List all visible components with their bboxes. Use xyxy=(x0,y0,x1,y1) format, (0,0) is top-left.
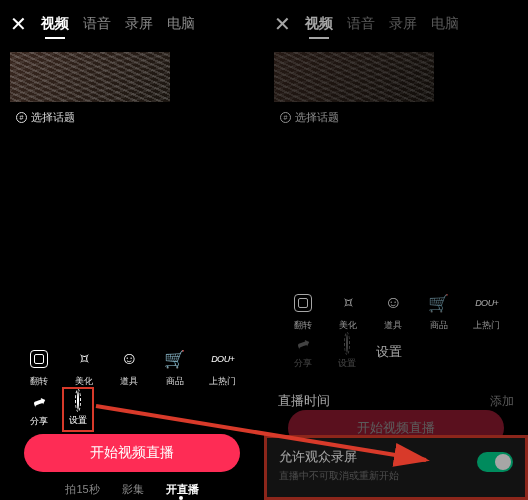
choose-topic[interactable]: # 选择话题 xyxy=(16,110,264,125)
tool-beauty[interactable]: ✧美化 xyxy=(337,292,359,332)
btab-album[interactable]: 影集 xyxy=(122,482,144,497)
screen-right: ✕ 视频 语音 录屏 电脑 # 选择话题 翻转 ✧美化 ☺道具 🛒商品 DOU+… xyxy=(264,0,528,500)
tool-props[interactable]: ☺道具 xyxy=(382,292,404,332)
topic-icon: # xyxy=(16,112,27,123)
topic-label: 选择话题 xyxy=(31,110,75,125)
flip-icon xyxy=(28,348,50,370)
time-label: 直播时间 xyxy=(278,392,330,410)
broadcast-time-row[interactable]: 直播时间 添加 xyxy=(264,392,528,410)
tool-goods[interactable]: 🛒商品 xyxy=(164,348,186,388)
settings-heading: 设置 xyxy=(376,343,402,361)
topic-icon: # xyxy=(280,112,291,123)
close-icon[interactable]: ✕ xyxy=(10,12,27,36)
tool-hot[interactable]: DOU+上热门 xyxy=(473,292,500,332)
tab-record[interactable]: 录屏 xyxy=(125,15,153,33)
tool-hot[interactable]: DOU+上热门 xyxy=(209,348,236,388)
bottom-tabs: 拍15秒 影集 开直播 xyxy=(0,482,264,497)
smile-icon: ☺ xyxy=(382,292,404,314)
btab-live[interactable]: 开直播 xyxy=(166,482,199,497)
allow-record-toggle[interactable] xyxy=(477,452,513,472)
tool-flip[interactable]: 翻转 xyxy=(292,292,314,332)
add-label[interactable]: 添加 xyxy=(490,393,514,410)
secondary-row: ➦分享 设置 xyxy=(0,387,94,432)
start-live-button[interactable]: 开始视频直播 xyxy=(24,434,240,472)
tool-beauty[interactable]: ✧美化 xyxy=(73,348,95,388)
panel-subtitle: 直播中不可取消或重新开始 xyxy=(279,469,513,483)
screen-left: ✕ 视频 语音 录屏 电脑 # 选择话题 翻转 ✧美化 ☺道具 🛒商品 DOU+… xyxy=(0,0,264,500)
cart-icon: 🛒 xyxy=(428,292,450,314)
choose-topic[interactable]: # 选择话题 xyxy=(280,110,528,125)
cart-icon: 🛒 xyxy=(164,348,186,370)
dou-icon: DOU+ xyxy=(212,348,234,370)
share-button[interactable]: ➦分享 xyxy=(288,330,318,374)
tab-video[interactable]: 视频 xyxy=(305,15,333,33)
tab-voice[interactable]: 语音 xyxy=(347,15,375,33)
btab-shoot[interactable]: 拍15秒 xyxy=(65,482,99,497)
tool-goods[interactable]: 🛒商品 xyxy=(428,292,450,332)
allow-record-panel[interactable]: 允许观众录屏 直播中不可取消或重新开始 xyxy=(264,435,528,500)
dou-icon: DOU+ xyxy=(476,292,498,314)
tab-pc[interactable]: 电脑 xyxy=(167,15,195,33)
top-tabs: ✕ 视频 语音 录屏 电脑 xyxy=(0,0,264,48)
share-button[interactable]: ➦分享 xyxy=(24,388,54,432)
tab-video[interactable]: 视频 xyxy=(41,15,69,33)
tool-row: 翻转 ✧美化 ☺道具 🛒商品 DOU+上热门 xyxy=(0,348,264,388)
tab-pc[interactable]: 电脑 xyxy=(431,15,459,33)
tab-voice[interactable]: 语音 xyxy=(83,15,111,33)
preview-thumbnail[interactable] xyxy=(10,52,170,102)
tool-row: 翻转 ✧美化 ☺道具 🛒商品 DOU+上热门 xyxy=(264,292,528,332)
close-icon[interactable]: ✕ xyxy=(274,12,291,36)
tool-flip[interactable]: 翻转 xyxy=(28,348,50,388)
wand-icon: ✧ xyxy=(73,348,95,370)
share-icon: ➦ xyxy=(30,390,49,412)
secondary-row-r: ➦分享 设置 设置 xyxy=(264,330,402,374)
share-icon: ➦ xyxy=(294,332,313,354)
flip-icon xyxy=(292,292,314,314)
top-tabs-r: ✕ 视频 语音 录屏 电脑 xyxy=(264,0,528,48)
wand-icon: ✧ xyxy=(337,292,359,314)
tool-props[interactable]: ☺道具 xyxy=(118,348,140,388)
tab-record[interactable]: 录屏 xyxy=(389,15,417,33)
settings-button-dim[interactable]: 设置 xyxy=(332,331,362,374)
gear-icon xyxy=(346,335,348,353)
topic-label: 选择话题 xyxy=(295,110,339,125)
preview-thumbnail[interactable] xyxy=(274,52,434,102)
settings-button[interactable]: 设置 xyxy=(62,387,94,432)
gear-icon xyxy=(77,392,79,410)
smile-icon: ☺ xyxy=(118,348,140,370)
